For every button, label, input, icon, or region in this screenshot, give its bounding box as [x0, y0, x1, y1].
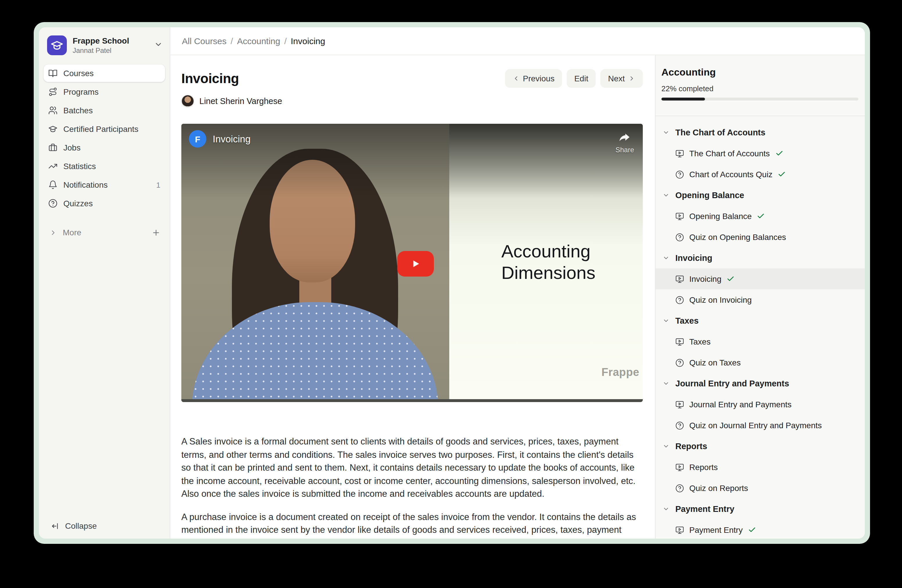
outline-lesson-taxes[interactable]: Taxes	[656, 331, 865, 352]
video-slide-panel: Accounting Dimensions Frappe	[449, 124, 643, 402]
plus-icon[interactable]	[152, 228, 160, 237]
outline-quiz-quiz-on-invoicing[interactable]: Quiz on Invoicing	[656, 289, 865, 310]
outline-section-title: Invoicing	[675, 253, 712, 263]
bell-icon	[48, 180, 58, 189]
monitor-play-icon	[675, 463, 684, 472]
outline-item-label: Quiz on Reports	[689, 483, 748, 493]
video-slide-title: Accounting Dimensions	[501, 241, 637, 283]
screen: Frappe School Jannat Patel CoursesProgra…	[0, 0, 902, 588]
next-button-label: Next	[608, 74, 625, 83]
previous-button-label: Previous	[523, 74, 554, 83]
help-circle-icon	[675, 170, 684, 179]
outline-item-label: Chart of Accounts Quiz	[689, 170, 772, 179]
outline-section-reports[interactable]: Reports	[656, 436, 865, 457]
outline-section-invoicing[interactable]: Invoicing	[656, 247, 865, 269]
outline-section-journal-entry-and-payments[interactable]: Journal Entry and Payments	[656, 373, 865, 394]
video-progress-bar[interactable]	[181, 399, 643, 402]
sidebar-item-notifications[interactable]: Notifications1	[44, 176, 165, 194]
outline-quiz-quiz-on-reports[interactable]: Quiz on Reports	[656, 478, 865, 499]
outline-item-label: Quiz on Journal Entry and Payments	[689, 421, 822, 430]
briefcase-icon	[48, 143, 58, 152]
chevron-down-icon	[154, 40, 163, 51]
app-window-inner: Frappe School Jannat Patel CoursesProgra…	[39, 27, 865, 539]
chevron-left-icon	[512, 75, 519, 82]
outline-item-label: Taxes	[689, 337, 711, 346]
previous-button[interactable]: Previous	[505, 69, 562, 88]
sidebar-menu: CoursesProgramsBatchesCertified Particip…	[39, 62, 170, 213]
outline-lesson-the-chart-of-accounts[interactable]: The Chart of Accounts	[656, 143, 865, 164]
outline-lesson-reports[interactable]: Reports	[656, 457, 865, 478]
help-circle-icon	[675, 421, 684, 430]
check-icon	[727, 275, 735, 283]
check-icon	[778, 170, 786, 178]
outline-lesson-journal-entry-and-payments[interactable]: Journal Entry and Payments	[656, 394, 865, 415]
sidebar-item-certified-participants[interactable]: Certified Participants	[44, 120, 165, 138]
outline-item-label: Invoicing	[689, 274, 722, 283]
youtube-video-player[interactable]: Accounting Dimensions Frappe F Invoicing	[181, 124, 643, 402]
sidebar-collapse-button[interactable]: Collapse	[39, 521, 170, 539]
main-region: All Courses / Accounting / Invoicing Inv…	[170, 27, 865, 539]
share-label: Share	[615, 146, 634, 154]
app-switcher[interactable]: Frappe School Jannat Patel	[39, 27, 170, 62]
users-icon	[48, 106, 58, 115]
course-progress-track	[661, 98, 858, 100]
outline-quiz-quiz-on-taxes[interactable]: Quiz on Taxes	[656, 352, 865, 373]
course-outline-list: The Chart of AccountsThe Chart of Accoun…	[656, 116, 865, 539]
app-window: Frappe School Jannat Patel CoursesProgra…	[34, 22, 870, 544]
sidebar-more[interactable]: More	[39, 224, 170, 241]
app-user-name: Jannat Patel	[73, 46, 148, 55]
outline-section-title: Payment Entry	[675, 504, 734, 514]
outline-section-the-chart-of-accounts[interactable]: The Chart of Accounts	[656, 122, 865, 143]
author-avatar	[181, 95, 194, 108]
sidebar-item-batches[interactable]: Batches	[44, 102, 165, 119]
sidebar-item-label: Statistics	[63, 161, 160, 171]
app-titles: Frappe School Jannat Patel	[73, 36, 148, 55]
outline-lesson-invoicing[interactable]: Invoicing	[656, 269, 865, 289]
help-circle-icon	[675, 358, 684, 367]
content-row: Invoicing Previous Edit	[170, 55, 865, 539]
chevron-right-icon	[49, 228, 57, 236]
frappe-school-logo	[47, 36, 67, 55]
outline-section-payment-entry[interactable]: Payment Entry	[656, 499, 865, 519]
outline-section-opening-balance[interactable]: Opening Balance	[656, 185, 865, 206]
outline-section-title: Journal Entry and Payments	[675, 379, 789, 388]
course-outline-panel: Accounting 22% completed The Chart of Ac…	[655, 55, 865, 539]
help-circle-icon	[48, 199, 58, 208]
outline-quiz-chart-of-accounts-quiz[interactable]: Chart of Accounts Quiz	[656, 164, 865, 185]
collapse-left-icon	[50, 521, 59, 530]
sidebar-item-label: Jobs	[63, 143, 160, 152]
notification-count-badge: 1	[157, 180, 160, 189]
chevron-down-icon	[662, 255, 670, 261]
outline-quiz-quiz-on-opening-balances[interactable]: Quiz on Opening Balances	[656, 227, 865, 247]
chevron-down-icon	[662, 505, 670, 513]
outline-item-label: Journal Entry and Payments	[689, 400, 792, 409]
lesson-paragraph: A Sales invoice is a formal document sen…	[181, 435, 643, 500]
sidebar-spacer	[39, 241, 170, 521]
sidebar-item-statistics[interactable]: Statistics	[44, 158, 165, 175]
sidebar-item-quizzes[interactable]: Quizzes	[44, 195, 165, 212]
outline-quiz-quiz-on-journal-entry-and-payments[interactable]: Quiz on Journal Entry and Payments	[656, 415, 865, 436]
chevron-right-icon	[628, 75, 635, 82]
sidebar-item-programs[interactable]: Programs	[44, 83, 165, 100]
edit-button[interactable]: Edit	[567, 69, 596, 88]
share-icon	[618, 131, 631, 144]
chevron-down-icon	[662, 380, 670, 387]
course-progress-fill	[661, 98, 705, 100]
outline-section-title: Taxes	[675, 316, 698, 325]
lesson-title-row: Invoicing Previous Edit	[181, 69, 643, 88]
video-title[interactable]: Invoicing	[213, 133, 251, 144]
next-button[interactable]: Next	[600, 69, 643, 88]
outline-lesson-opening-balance[interactable]: Opening Balance	[656, 206, 865, 227]
breadcrumb-accounting[interactable]: Accounting	[237, 36, 280, 46]
outline-lesson-payment-entry[interactable]: Payment Entry	[656, 519, 865, 539]
breadcrumb-all-courses[interactable]: All Courses	[182, 36, 226, 46]
sidebar-item-courses[interactable]: Courses	[44, 64, 165, 82]
play-button[interactable]	[397, 251, 434, 277]
share-button[interactable]: Share	[615, 131, 634, 154]
sidebar-item-jobs[interactable]: Jobs	[44, 139, 165, 156]
outline-section-taxes[interactable]: Taxes	[656, 310, 865, 331]
outline-item-label: Opening Balance	[689, 211, 752, 221]
check-icon	[775, 149, 783, 158]
trending-up-icon	[48, 161, 58, 171]
channel-avatar[interactable]: F	[189, 130, 206, 148]
